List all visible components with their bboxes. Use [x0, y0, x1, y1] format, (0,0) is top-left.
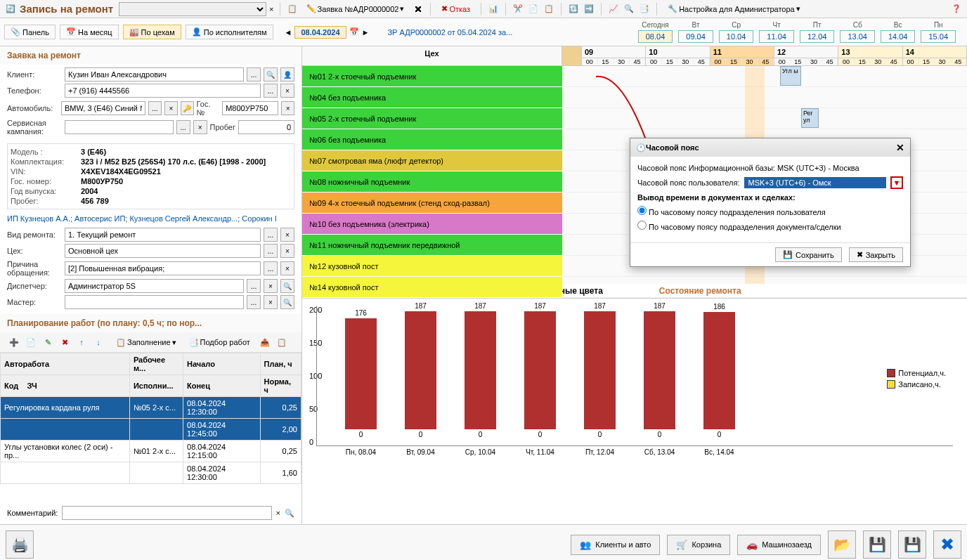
dispatcher-clear[interactable]: ×	[264, 279, 278, 293]
select-works-button[interactable]: 📑 Подбор работ	[184, 336, 255, 349]
workshop-row[interactable]: №11 ножничный подъемник передвижной	[302, 235, 562, 256]
repair-type-input[interactable]	[65, 228, 261, 242]
request-button[interactable]: ✏️ Заявка №АДР0000002 ▾	[301, 2, 410, 15]
workshop-row[interactable]: №12 кузовной пост	[302, 256, 562, 277]
repair-type-clear[interactable]: ×	[280, 228, 294, 242]
next-date-button[interactable]: ►	[362, 28, 370, 37]
repair-type-lookup[interactable]: ...	[264, 228, 278, 242]
campaign-input[interactable]	[65, 120, 174, 134]
day-tab-10.04[interactable]: 10.04	[719, 30, 754, 43]
dispatcher-lookup[interactable]: ...	[247, 279, 261, 293]
fill-button[interactable]: 📋 Заполнение ▾	[111, 336, 181, 349]
table-row[interactable]: Регулировка кардана руля№05 2-х с...08.0…	[1, 397, 301, 419]
client-lookup[interactable]: ...	[247, 67, 261, 82]
copy-icon[interactable]: 📄	[527, 3, 540, 15]
workshop-row[interactable]: №08 ножничный подъемник	[302, 171, 562, 193]
col-code[interactable]: Код ЗЧ	[1, 375, 130, 397]
context-clear[interactable]: ×	[269, 5, 273, 13]
table-row[interactable]: 08.04.2024 12:30:001,60	[1, 462, 301, 484]
client-input[interactable]	[65, 67, 244, 82]
help-icon[interactable]: ❓	[950, 3, 963, 15]
workshop-row[interactable]: №09 4-х стоечный подъемник (стенд сход-р…	[302, 193, 562, 214]
export-button[interactable]: 📤	[258, 335, 272, 349]
auto-clear[interactable]: ×	[164, 101, 178, 115]
clients-button[interactable]: 👥 Клиенты и авто	[571, 535, 660, 555]
workshop-clear[interactable]: ×	[280, 244, 294, 258]
refuse-button[interactable]: ✖ Отказ	[436, 2, 475, 15]
workshop-row[interactable]: №05 2-х стоечный подъемник	[302, 108, 562, 129]
cut-icon[interactable]: ✂️	[512, 3, 524, 15]
cart-button[interactable]: 🛒 Корзина	[667, 535, 730, 555]
move-up-button[interactable]: ↑	[74, 335, 89, 349]
workshop-lookup[interactable]: ...	[264, 244, 278, 258]
tz-dropdown-button[interactable]: ▼	[890, 176, 903, 189]
campaign-lookup[interactable]: ...	[176, 120, 190, 134]
calendar-button[interactable]: 📅	[349, 27, 359, 37]
client-add[interactable]: 👤	[280, 67, 294, 82]
workshop-view-tab[interactable]: 🏭 По цехам	[123, 25, 181, 39]
tz-opt1[interactable]: По часовому поясу подразделения пользова…	[637, 208, 826, 216]
workshop-input[interactable]	[65, 244, 261, 258]
gos-clear[interactable]: ×	[281, 101, 294, 115]
workshop-row[interactable]: №06 без подъемника	[302, 129, 562, 150]
phone-lookup[interactable]: ...	[264, 84, 278, 98]
day-tab-12.04[interactable]: 12.04	[800, 30, 835, 43]
reason-clear[interactable]: ×	[280, 261, 294, 275]
appointment[interactable]: Угл ы	[780, 66, 801, 86]
client-search[interactable]: 🔍	[264, 67, 278, 82]
day-tab-15.04[interactable]: 15.04	[921, 30, 956, 43]
col-start[interactable]: Начало	[183, 353, 261, 375]
tz-user-select[interactable]: MSK+3 (UTC+6) - Омск	[744, 177, 886, 188]
master-input[interactable]	[65, 295, 244, 309]
col-plan[interactable]: План, ч	[260, 353, 301, 375]
day-tab-14.04[interactable]: 14.04	[881, 30, 916, 43]
report-icon[interactable]: 📑	[638, 3, 651, 15]
save-button-bottom[interactable]: 💾	[898, 530, 926, 559]
col-place[interactable]: Рабочее м...	[129, 353, 183, 375]
save-button[interactable]: 💾 Сохранить	[775, 247, 842, 262]
tree-icon[interactable]: 📊	[487, 3, 500, 15]
copy-work-button[interactable]: 📄	[24, 335, 38, 349]
settings-button[interactable]: 🔧 Настройка для Администратора ▾	[663, 2, 805, 15]
prev-date-button[interactable]: ◄	[285, 28, 292, 37]
reason-input[interactable]	[65, 261, 261, 275]
save-next-button[interactable]: 💾	[863, 530, 891, 559]
auto-input[interactable]	[61, 101, 145, 115]
copy-all-button[interactable]: 📋	[275, 335, 289, 349]
print-button[interactable]: 🖨️	[6, 530, 34, 559]
comment-input[interactable]	[62, 506, 271, 520]
phone-input[interactable]	[65, 84, 261, 98]
gos-input[interactable]	[222, 101, 278, 115]
day-tab-09.04[interactable]: 09.04	[678, 30, 713, 43]
table-row[interactable]: Углы установки колес (2 оси) - пр...№01 …	[1, 441, 301, 462]
panel-toggle[interactable]: 📎 Панель	[4, 25, 56, 39]
col-norm[interactable]: Норма, ч	[260, 375, 301, 397]
worker-view-tab[interactable]: 👤 По исполнителям	[186, 25, 273, 39]
paste-icon[interactable]: 📋	[543, 3, 555, 15]
col-exec[interactable]: Исполни...	[129, 375, 183, 397]
col-work[interactable]: Авторабота	[1, 353, 130, 375]
col-end[interactable]: Конец	[183, 375, 261, 397]
chart-icon[interactable]: 📈	[607, 3, 620, 15]
auto-lookup[interactable]: ...	[148, 101, 162, 115]
month-view-tab[interactable]: 📅 На месяц	[60, 25, 119, 39]
master-clear[interactable]: ×	[264, 295, 278, 309]
table-row[interactable]: 08.04.2024 12:45:002,00	[1, 419, 301, 441]
delete-request-icon[interactable]: 🗙	[412, 3, 424, 15]
workshop-row[interactable]: №01 2-х стоечный подъемник	[302, 66, 562, 87]
master-search[interactable]: 🔍	[280, 295, 294, 309]
open-folder-button[interactable]: 📂	[828, 530, 856, 559]
workshop-row[interactable]: №07 смотровая яма (люфт детектор)	[302, 150, 562, 171]
context-select[interactable]	[119, 2, 266, 16]
tz-opt2[interactable]: По часовому поясу подразделения документ…	[637, 223, 841, 231]
comment-search[interactable]: 🔍	[285, 509, 294, 518]
delete-work-button[interactable]: ✖	[58, 335, 72, 349]
workshop-row[interactable]: №14 кузовной пост	[302, 277, 562, 298]
day-tab-11.04[interactable]: 11.04	[759, 30, 794, 43]
edit-work-button[interactable]: ✎	[41, 335, 55, 349]
org-links[interactable]: ИП Кузнецов А.А.; Автосерис ИП; Кузнецов…	[0, 212, 301, 225]
appointment[interactable]: Рег ул	[801, 108, 819, 128]
dispatcher-input[interactable]	[65, 279, 244, 293]
workshop-row[interactable]: №10 без подъемника (электрика)	[302, 214, 562, 235]
refresh-icon[interactable]: 🔃	[567, 3, 580, 15]
